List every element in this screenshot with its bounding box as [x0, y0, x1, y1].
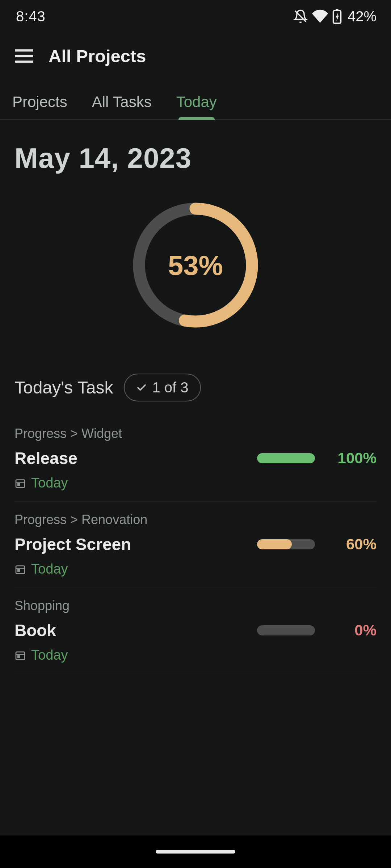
- status-icons: 42%: [293, 8, 377, 25]
- task-item[interactable]: Progress > WidgetRelease100%Today: [14, 416, 377, 502]
- task-progress-fill: [257, 539, 292, 549]
- task-progress-bar: [257, 453, 315, 463]
- svg-rect-14: [18, 656, 20, 658]
- task-breadcrumb: Progress > Widget: [14, 426, 377, 441]
- battery-charging-icon: [332, 9, 342, 24]
- status-time: 8:43: [16, 8, 46, 25]
- task-percent-label: 100%: [326, 450, 377, 467]
- task-date-text: Today: [31, 475, 68, 491]
- wifi-icon: [312, 9, 328, 24]
- calendar-icon: [14, 563, 26, 575]
- task-list: Progress > WidgetRelease100%TodayProgres…: [14, 416, 377, 674]
- task-count-chip[interactable]: 1 of 3: [124, 374, 201, 401]
- svg-rect-4: [15, 55, 33, 57]
- menu-button[interactable]: [14, 46, 34, 66]
- task-date-row: Today: [14, 475, 377, 491]
- hamburger-icon: [15, 49, 33, 63]
- svg-rect-8: [18, 484, 20, 485]
- tab-today[interactable]: Today: [175, 93, 218, 119]
- tab-bar: Projects All Tasks Today: [0, 80, 391, 120]
- task-item[interactable]: ShoppingBook0%Today: [14, 588, 377, 674]
- tab-projects[interactable]: Projects: [11, 93, 69, 119]
- app-bar: All Projects: [0, 33, 391, 80]
- date-heading: May 14, 2023: [14, 142, 377, 175]
- task-date-row: Today: [14, 561, 377, 577]
- battery-text: 42%: [348, 8, 377, 25]
- task-breadcrumb: Progress > Renovation: [14, 512, 377, 527]
- calendar-icon: [14, 477, 26, 489]
- check-icon: [136, 382, 147, 393]
- progress-ring: 53%: [130, 200, 261, 330]
- progress-ring-wrap: 53%: [14, 200, 377, 330]
- main-content: May 14, 2023 53% Today's Task 1 of 3 Pro: [0, 120, 391, 835]
- svg-rect-3: [15, 49, 33, 51]
- notifications-off-icon: [293, 9, 308, 24]
- section-title: Today's Task: [14, 378, 113, 397]
- tab-all-tasks[interactable]: All Tasks: [91, 93, 153, 119]
- section-header-row: Today's Task 1 of 3: [14, 374, 377, 401]
- task-progress-bar: [257, 539, 315, 549]
- task-item[interactable]: Progress > RenovationProject Screen60%To…: [14, 502, 377, 588]
- task-title: Release: [14, 448, 246, 468]
- page-title: All Projects: [49, 46, 146, 66]
- task-date-text: Today: [31, 647, 68, 663]
- task-percent-label: 0%: [326, 622, 377, 639]
- home-indicator[interactable]: [156, 850, 235, 854]
- calendar-icon: [14, 650, 26, 661]
- task-percent-label: 60%: [326, 536, 377, 553]
- status-bar: 8:43 42%: [0, 0, 391, 33]
- system-nav-bar: [0, 835, 391, 868]
- task-title: Project Screen: [14, 535, 246, 554]
- task-title: Book: [14, 621, 246, 640]
- task-progress-bar: [257, 625, 315, 635]
- svg-rect-11: [18, 570, 20, 571]
- chip-label: 1 of 3: [152, 379, 188, 396]
- task-breadcrumb: Shopping: [14, 598, 377, 613]
- task-progress-fill: [257, 453, 315, 463]
- svg-rect-5: [15, 61, 33, 63]
- ring-percent-label: 53%: [130, 200, 261, 330]
- task-date-text: Today: [31, 561, 68, 577]
- svg-rect-2: [336, 9, 338, 10]
- task-date-row: Today: [14, 647, 377, 663]
